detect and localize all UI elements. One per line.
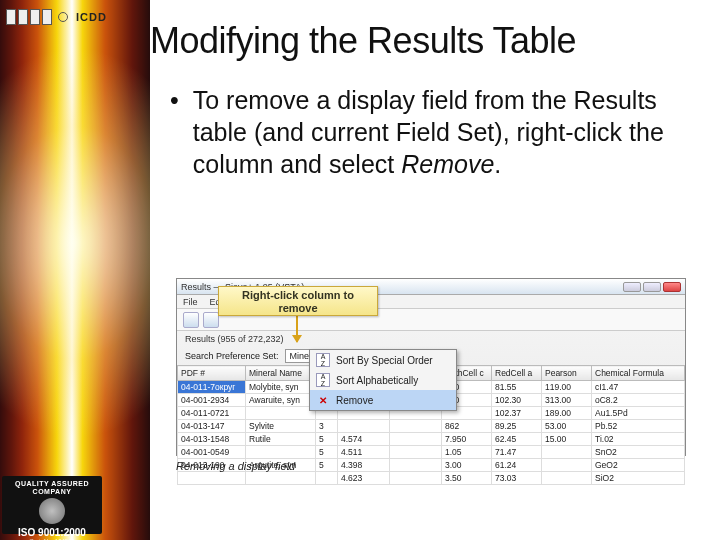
- table-cell: [390, 472, 442, 485]
- slide-title: Modifying the Results Table: [150, 20, 694, 62]
- table-cell: 53.00: [542, 420, 592, 433]
- table-cell: [246, 446, 316, 459]
- callout-line1: Right-click column to: [242, 289, 354, 301]
- table-cell: 313.00: [542, 394, 592, 407]
- table-cell: 73.03: [492, 472, 542, 485]
- table-cell: cI1.47: [592, 381, 685, 394]
- table-cell: Pb.52: [592, 420, 685, 433]
- col-mineral[interactable]: Mineral Name: [246, 366, 316, 381]
- col-pearson[interactable]: Pearson: [542, 366, 592, 381]
- table-row[interactable]: 04-001-054954.5111.0571.47SnO2: [178, 446, 685, 459]
- table-cell: 102.37: [492, 407, 542, 420]
- col-pdf[interactable]: PDF #: [178, 366, 246, 381]
- bullet-dot: •: [170, 84, 179, 180]
- badge-iso-text: ISO 9001:2000: [8, 527, 96, 538]
- table-cell: Awaruite, syn: [246, 394, 316, 407]
- table-cell: 04-011-0721: [178, 407, 246, 420]
- table-cell: [246, 472, 316, 485]
- col-formula[interactable]: Chemical Formula: [592, 366, 685, 381]
- ctx-sort-alpha[interactable]: AZ Sort Alphabetically: [310, 370, 456, 390]
- iso-badge: QUALITY ASSURED COMPANY ISO 9001:2000 Ce…: [2, 476, 102, 534]
- table-cell: Au1.5Pd: [592, 407, 685, 420]
- table-cell: [246, 407, 316, 420]
- table-cell: 61.24: [492, 459, 542, 472]
- table-cell: 4.623: [338, 472, 390, 485]
- table-cell: Molybite, syn: [246, 381, 316, 394]
- table-cell: 1.05: [442, 446, 492, 459]
- callout-box: Right-click column to remove: [218, 286, 378, 316]
- table-cell: Ti.02: [592, 433, 685, 446]
- table-cell: 3.00: [442, 459, 492, 472]
- results-count: Results (955 of 272,232): [177, 331, 685, 347]
- table-cell: 189.00: [542, 407, 592, 420]
- context-menu: AZ Sort By Special Order AZ Sort Alphabe…: [309, 349, 457, 411]
- table-cell: 04-001-0549: [178, 446, 246, 459]
- table-cell: [390, 420, 442, 433]
- table-cell: [542, 472, 592, 485]
- table-cell: Rutile: [246, 433, 316, 446]
- table-cell: 04-011-7округ: [178, 381, 246, 394]
- screenshot-caption: Removing a display field: [176, 460, 295, 472]
- table-cell: SnO2: [592, 446, 685, 459]
- table-cell: [542, 459, 592, 472]
- table-cell: oC8.2: [592, 394, 685, 407]
- bullet-item: • To remove a display field from the Res…: [170, 84, 694, 180]
- table-cell: [338, 420, 390, 433]
- table-cell: 04-013-1548: [178, 433, 246, 446]
- decorative-gradient-band: [0, 0, 150, 540]
- badge-seal-icon: [39, 498, 65, 524]
- table-cell: 4.511: [338, 446, 390, 459]
- minimize-button[interactable]: [623, 282, 641, 292]
- table-cell: 62.45: [492, 433, 542, 446]
- table-cell: [316, 472, 338, 485]
- table-cell: 7.950: [442, 433, 492, 446]
- table-cell: [542, 446, 592, 459]
- slide-content: Modifying the Results Table • To remove …: [150, 20, 694, 180]
- table-cell: 04-001-2934: [178, 394, 246, 407]
- table-cell: GeO2: [592, 459, 685, 472]
- table-cell: 4.574: [338, 433, 390, 446]
- table-row[interactable]: 4.6233.5073.03SiO2: [178, 472, 685, 485]
- table-cell: [178, 472, 246, 485]
- table-cell: 71.47: [492, 446, 542, 459]
- table-cell: Sylvite: [246, 420, 316, 433]
- table-cell: 3.50: [442, 472, 492, 485]
- bullet-text: To remove a display field from the Resul…: [193, 84, 694, 180]
- icdd-logo: ICDD: [6, 6, 126, 28]
- menu-file[interactable]: File: [183, 297, 198, 307]
- maximize-button[interactable]: [643, 282, 661, 292]
- table-cell: 119.00: [542, 381, 592, 394]
- table-cell: 3: [316, 420, 338, 433]
- table-cell: 5: [316, 446, 338, 459]
- sort-icon: AZ: [316, 353, 330, 367]
- table-cell: [390, 433, 442, 446]
- table-row[interactable]: 04-013-147Sylvite386289.2553.00Pb.52: [178, 420, 685, 433]
- table-cell: 102.30: [492, 394, 542, 407]
- sort-alpha-icon: AZ: [316, 373, 330, 387]
- table-cell: 5: [316, 433, 338, 446]
- table-cell: 15.00: [542, 433, 592, 446]
- search-pref-label: Search Preference Set:: [185, 351, 279, 361]
- table-cell: 5: [316, 459, 338, 472]
- table-cell: 4.398: [338, 459, 390, 472]
- print-icon[interactable]: [203, 312, 219, 328]
- table-cell: 04-013-147: [178, 420, 246, 433]
- remove-icon: ✕: [316, 393, 330, 407]
- callout-arrow-icon: [296, 316, 298, 342]
- badge-top-text: QUALITY ASSURED COMPANY: [8, 480, 96, 495]
- window-buttons: [623, 282, 681, 292]
- ctx-remove[interactable]: ✕ Remove: [310, 390, 456, 410]
- save-icon[interactable]: [183, 312, 199, 328]
- close-button[interactable]: [663, 282, 681, 292]
- ctx-sort-special[interactable]: AZ Sort By Special Order: [310, 350, 456, 370]
- table-cell: 81.55: [492, 381, 542, 394]
- callout-line2: remove: [278, 302, 317, 314]
- table-cell: 89.25: [492, 420, 542, 433]
- table-cell: SiO2: [592, 472, 685, 485]
- logo-text: ICDD: [76, 11, 107, 23]
- table-cell: [390, 446, 442, 459]
- table-cell: 862: [442, 420, 492, 433]
- table-cell: [390, 459, 442, 472]
- table-row[interactable]: 04-013-1548Rutile54.5747.95062.4515.00Ti…: [178, 433, 685, 446]
- col-redcell-a[interactable]: RedCell a: [492, 366, 542, 381]
